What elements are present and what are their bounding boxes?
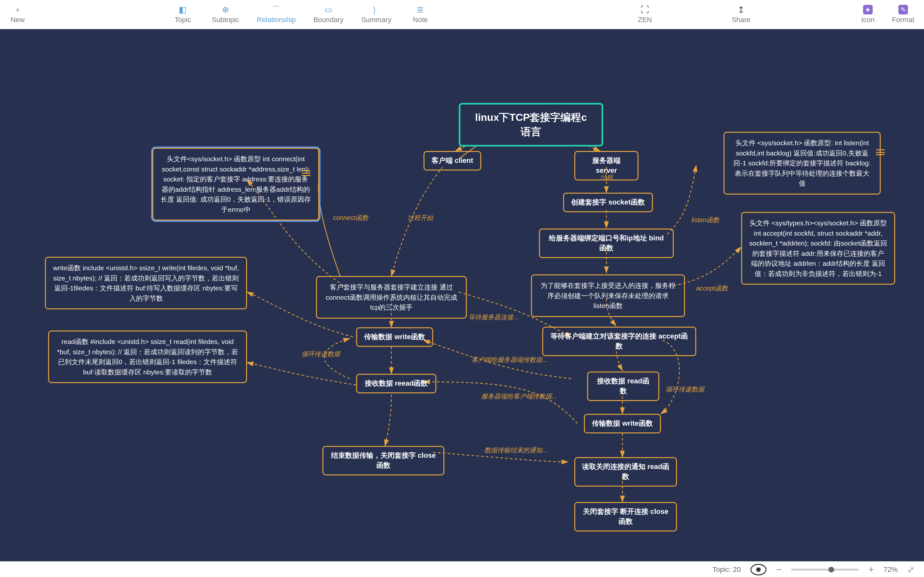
- star-icon: [862, 5, 874, 15]
- node-note-connect[interactable]: 头文件<sys/socket.h> 函数原型 int connect(int s…: [152, 148, 319, 221]
- format-button[interactable]: Format: [892, 5, 914, 24]
- node-server-accept[interactable]: 等待客户端建立对该套接字的连接 accept函数: [542, 327, 696, 356]
- note-connect-menu-icon[interactable]: [302, 170, 310, 176]
- subtopic-icon: ⊕: [220, 5, 231, 15]
- node-note-write[interactable]: write函数 include <unistd.h> ssize_t write…: [45, 257, 247, 309]
- node-server-readclose[interactable]: 读取关闭连接的通知 read函数: [574, 457, 677, 487]
- topic-button[interactable]: ◧ Topic: [172, 5, 194, 24]
- icon-button[interactable]: Icon: [857, 5, 879, 24]
- toolbar-left: ＋ New: [6, 5, 29, 24]
- mindmap-canvas[interactable]: linux下TCP套接字编程c语言 客户端 client 客户套接字与服务器套接…: [0, 29, 924, 561]
- new-button[interactable]: ＋ New: [6, 5, 29, 24]
- node-server-listen[interactable]: 为了能够在套接字上接受进入的连接，服务程序必须创建一个队列来保存未处理的请求 l…: [531, 274, 685, 317]
- node-server-read[interactable]: 接收数据 read函数: [587, 372, 659, 401]
- new-icon: ＋: [12, 5, 23, 15]
- node-server-close[interactable]: 关闭套接字 断开连接 close函数: [574, 502, 677, 532]
- edge-label-client-to-server: 客户端给服务器端传数据...: [472, 356, 548, 364]
- node-client-read[interactable]: 接收数据 reead函数: [356, 374, 436, 393]
- view-toggle-icon[interactable]: [750, 564, 766, 575]
- zen-button[interactable]: ⛶ ZEN: [634, 5, 656, 24]
- edge-label-wait-server: 等待服务器连接...: [468, 313, 519, 322]
- relationship-button[interactable]: ⌒ Relationship: [257, 5, 296, 24]
- edge-label-process-start: 过程开始: [407, 213, 433, 222]
- edge-label-end-notify: 数据传输结束的通知...: [485, 446, 548, 455]
- node-note-read[interactable]: read函数 #include <unistd.h> ssize_t read(…: [48, 330, 247, 383]
- node-client-write[interactable]: 传输数据 write函数: [356, 327, 433, 347]
- topic-count: Topic: 20: [712, 566, 741, 574]
- node-root[interactable]: linux下TCP套接字编程c语言: [459, 103, 603, 147]
- node-client-connect[interactable]: 客户套接字与服务器套接字建立连接 通过connect函数调用操作系统内核让其自动…: [316, 276, 467, 319]
- node-server-bind[interactable]: 给服务器端绑定端口号和ip地址 bind函数: [539, 229, 674, 258]
- edge-label-accept: accept函数: [696, 284, 728, 293]
- zen-icon: ⛶: [639, 5, 651, 15]
- edge-label-loop1: 循环传递数据: [302, 350, 340, 358]
- edge-label-listen: listen函数: [691, 216, 719, 224]
- statusbar: Topic: 20 − + 72% ⤢: [0, 561, 924, 577]
- toolbar-right: Icon Format: [857, 5, 914, 24]
- node-client-close[interactable]: 结束数据传输，关闭套接字 close函数: [322, 446, 444, 475]
- zoom-out-button[interactable]: −: [776, 564, 782, 575]
- summary-button[interactable]: ｝ Summary: [361, 5, 391, 24]
- share-button[interactable]: ↥ Share: [730, 5, 752, 24]
- node-note-listen[interactable]: 头文件 <sys/socket.h> 函数原型: int listen(int …: [724, 132, 881, 195]
- brush-icon: [897, 5, 909, 15]
- zoom-in-button[interactable]: +: [868, 564, 874, 575]
- edge-label-loop2: 循环传递数据: [666, 385, 704, 394]
- note-button[interactable]: ≣ Note: [409, 5, 431, 24]
- topic-icon: ◧: [177, 5, 189, 15]
- share-icon: ↥: [735, 5, 747, 15]
- toolbar-center: ◧ Topic ⊕ Subtopic ⌒ Relationship ▭ Boun…: [172, 5, 752, 24]
- relationship-icon: ⌒: [270, 5, 282, 15]
- node-server-write[interactable]: 传输数据 write函数: [584, 414, 661, 434]
- summary-icon: ｝: [371, 5, 382, 15]
- fullscreen-icon[interactable]: ⤢: [907, 565, 914, 575]
- new-label: New: [11, 16, 25, 24]
- zoom-slider[interactable]: [791, 569, 859, 571]
- node-note-accept[interactable]: 头文件 <sys/types.h><sys/socket.h> 函数原型 int…: [741, 212, 895, 285]
- note-icon: ≣: [415, 5, 426, 15]
- note-listen-menu-icon[interactable]: [876, 149, 885, 155]
- boundary-button[interactable]: ▭ Boundary: [313, 5, 344, 24]
- toolbar: ＋ New ◧ Topic ⊕ Subtopic ⌒ Relationship …: [0, 0, 924, 29]
- edge-label-process: 过程: [600, 173, 613, 182]
- subtopic-button[interactable]: ⊕ Subtopic: [212, 5, 239, 24]
- node-server-socket[interactable]: 创建套接字 socket函数: [563, 193, 653, 212]
- zoom-value: 72%: [884, 566, 898, 574]
- node-client[interactable]: 客户端 client: [423, 151, 481, 171]
- boundary-icon: ▭: [323, 5, 334, 15]
- edge-label-connect: connect函数: [333, 213, 368, 222]
- edge-label-server-to-client: 服务器端给客户端传数据...: [481, 392, 557, 401]
